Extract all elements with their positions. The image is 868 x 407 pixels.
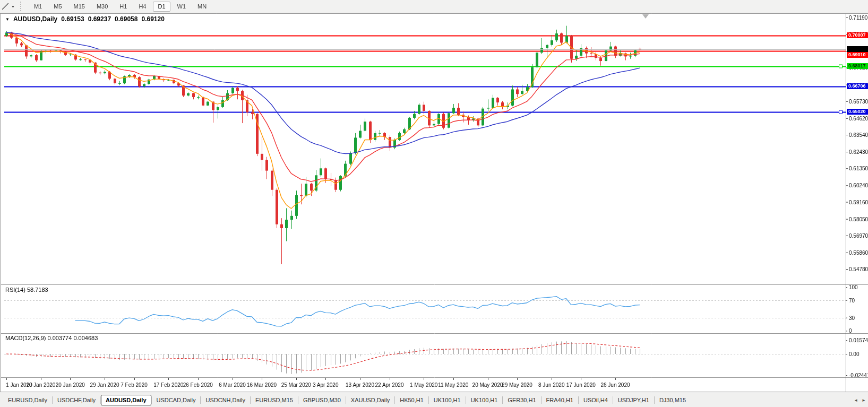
tab-scroll-right-icon[interactable]: ►	[862, 398, 866, 403]
timeframe-button-m5[interactable]: M5	[49, 2, 66, 12]
timeframe-button-group: M1M5M15M30H1H4D1W1MN	[28, 2, 212, 12]
price-line-box: 0.66706	[847, 83, 868, 89]
current-price-box: 0.69120	[847, 46, 868, 52]
chart-tab-ger30-h1[interactable]: GER30,H1	[503, 395, 540, 405]
ohlc-low: 0.69058	[115, 15, 137, 23]
price-tick-label: 0.63540	[849, 132, 868, 138]
date-tick-label: 20 Jan 2020	[51, 382, 89, 388]
timeframe-button-h1[interactable]: H1	[115, 2, 132, 12]
rsi-label: RSI(14) 58.7183	[5, 287, 48, 293]
tab-list: EURUSD,DailyUSDCHF,DailyAUDUSD,DailyUSDC…	[3, 395, 691, 405]
timeframe-button-m15[interactable]: M15	[69, 2, 90, 12]
date-tick-label: 29 May 2020	[499, 382, 536, 388]
chart-title: ▼ AUDUSD,Daily 0.69153 0.69237 0.69058 0…	[5, 15, 165, 23]
toolbar-drag-handle[interactable]	[20, 2, 23, 11]
date-tick-label: 26 Feb 2020	[179, 382, 217, 388]
chart-tab-audusd-daily[interactable]: AUDUSD,Daily	[101, 395, 151, 405]
rsi-tick-label: 30	[849, 315, 868, 321]
chart-tab-eurusd-m15[interactable]: EURUSD,M15	[251, 395, 298, 405]
price-tick-label: 0.58050	[849, 217, 868, 222]
date-tick-label: 3 Apr 2020	[307, 382, 344, 388]
dropdown-caret-icon[interactable]: ▼	[11, 5, 15, 8]
tab-scroll-left-icon[interactable]: ◄	[854, 398, 858, 403]
chart-tab-bar: EURUSD,DailyUSDCHF,DailyAUDUSD,DailyUSDC…	[0, 393, 868, 407]
date-tick-label: 16 Mar 2020	[243, 382, 280, 388]
ohlc-high: 0.69237	[88, 15, 111, 23]
chart-tab-usdcad-daily[interactable]: USDCAD,Daily	[152, 395, 201, 405]
chart-overlay: ▼ AUDUSD,Daily 0.69153 0.69237 0.69058 0…	[0, 0, 868, 407]
price-tick-label: 0.61350	[849, 166, 868, 171]
chart-tab-usdcnh-daily[interactable]: USDCNH,Daily	[201, 395, 250, 405]
timeframe-button-mn[interactable]: MN	[193, 2, 211, 12]
macd-tick-label: 0.015743	[849, 337, 868, 343]
chart-tab-uk100-h1[interactable]: UK100,H1	[429, 395, 466, 405]
ohlc-open: 0.69153	[61, 15, 84, 23]
date-tick-label: 17 Jun 2020	[562, 382, 599, 388]
price-tick-label: 0.56970	[849, 233, 868, 239]
timeframe-button-m30[interactable]: M30	[92, 2, 113, 12]
price-line-box: 0.65020	[847, 109, 868, 115]
chart-tab-usoil-h4[interactable]: USOil,H4	[579, 395, 613, 405]
timeframe-button-d1[interactable]: D1	[153, 2, 170, 12]
price-tick-label: 0.59160	[849, 200, 868, 205]
ohlc-close: 0.69120	[141, 15, 164, 23]
chart-tab-usdjpy-h1[interactable]: USDJPY,H1	[613, 395, 654, 405]
chart-tab-eurusd-daily[interactable]: EURUSD,Daily	[3, 395, 52, 405]
price-line-box: 0.68017	[847, 63, 868, 69]
price-tick-label: 0.71190	[849, 15, 868, 21]
date-tick-label: 22 Apr 2020	[371, 382, 408, 388]
chart-tab-gbpusd-m30[interactable]: GBPUSD,M30	[298, 395, 346, 405]
price-tick-label: 0.64620	[849, 116, 868, 122]
macd-tick-label: -0.024413	[849, 373, 868, 378]
chart-tab-dj30-m15[interactable]: DJ30,M15	[655, 395, 691, 405]
price-tick-label: 0.54780	[849, 266, 868, 272]
chart-symbol: AUDUSD,Daily	[13, 15, 57, 23]
date-tick-label: 7 Feb 2020	[116, 382, 153, 388]
timeframe-button-m1[interactable]: M1	[29, 2, 47, 12]
price-tick-label: 0.55860	[849, 250, 868, 256]
timeframe-button-w1[interactable]: W1	[173, 2, 191, 12]
macd-tick-label: 0.00	[849, 351, 868, 357]
date-tick-label: 11 May 2020	[435, 382, 472, 388]
chart-tab-xauusd-daily[interactable]: XAUUSD,Daily	[346, 395, 394, 405]
date-tick-label: 26 Jun 2020	[597, 382, 634, 388]
top-toolbar: ▼ M1M5M15M30H1H4D1W1MN	[0, 0, 868, 13]
rsi-tick-label: 0	[849, 328, 868, 334]
chart-tab-usdchf-daily[interactable]: USDCHF,Daily	[53, 395, 100, 405]
price-tick-label: 0.62430	[849, 149, 868, 155]
timeframe-button-h4[interactable]: H4	[134, 2, 151, 12]
crosshair-tool-icon[interactable]	[1, 2, 10, 11]
chart-tab-hk50-h1[interactable]: HK50,H1	[395, 395, 428, 405]
chart-collapse-icon[interactable]: ▼	[5, 17, 10, 22]
price-tick-label: 0.60240	[849, 183, 868, 188]
rsi-tick-label: 70	[849, 298, 868, 304]
rsi-tick-label: 100	[849, 284, 868, 290]
price-line-box: 0.69010	[847, 52, 868, 58]
price-tick-label: 0.65730	[849, 99, 868, 105]
price-line-box: 0.70007	[847, 32, 868, 38]
chart-tab-fra40-h1[interactable]: FRA40,H1	[542, 395, 578, 405]
chart-tab-uk100-h1[interactable]: UK100,H1	[466, 395, 503, 405]
macd-label: MACD(12,26,9) 0.003774 0.004683	[5, 335, 98, 341]
tab-scroll-arrows: ◄ ►	[854, 393, 866, 407]
